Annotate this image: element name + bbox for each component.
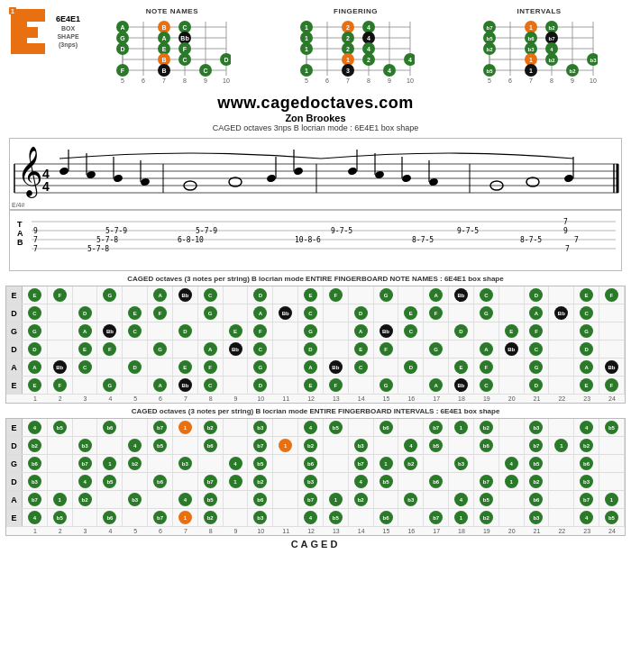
fret-number: 14 [349, 527, 374, 535]
fb-cell [173, 437, 198, 455]
fb-cell: b7 [148, 509, 173, 527]
svg-text:1: 1 [305, 24, 308, 31]
fb-cell: Bb [324, 359, 349, 377]
fb-cell: A [23, 359, 48, 377]
note-dot: b3 [580, 475, 593, 488]
fb-cell: b2 [574, 437, 599, 455]
fb-cell: 4 [23, 419, 48, 437]
fb-row: E4b5b6b71b2b34b5b6b71b2b34b5 [6, 419, 625, 437]
fb-cell: F [374, 341, 399, 359]
note-dot: b2 [304, 439, 317, 452]
fb-cell: b7 [23, 491, 48, 509]
note-dot: A [253, 306, 267, 320]
fb-cell [324, 322, 349, 341]
svg-text:8-7-5: 8-7-5 [412, 236, 434, 244]
fb-cell: b5 [248, 455, 273, 473]
intervals-grid: 5 6 7 8 9 10 b7 1 b2 b5 b6 b7 b2 [480, 18, 598, 83]
note-dot: 1 [279, 439, 292, 452]
note-dot: E [28, 288, 41, 302]
fb-cell: 4 [173, 491, 198, 509]
fb-cell: b2 [474, 419, 499, 437]
fb-cell [474, 322, 499, 341]
note-names-diagram: NOTE NAMES 5 6 7 8 9 [114, 7, 231, 85]
fb-cell: b7 [424, 509, 449, 527]
note-dot: E [304, 288, 317, 302]
svg-text:10: 10 [590, 77, 597, 83]
note-dot: 1 [505, 475, 518, 488]
fret-number: 11 [273, 395, 298, 403]
fret-number: 11 [273, 527, 298, 535]
fb-cell [73, 377, 98, 395]
svg-point-174 [266, 174, 277, 183]
fb-cell: b6 [23, 455, 48, 473]
fb-cell: b7 [298, 491, 324, 509]
fret-number: 8 [198, 527, 224, 535]
fb-cell [349, 286, 374, 304]
fb-cell: Bb [97, 322, 123, 341]
site-author: Zon Brookes [0, 113, 631, 123]
fb-cell: G [374, 377, 399, 395]
svg-text:1: 1 [305, 68, 308, 74]
svg-text:𝄞: 𝄞 [17, 146, 42, 198]
note-dot: Bb [229, 342, 242, 356]
fb-cell: b3 [248, 509, 273, 527]
fb-cell [499, 419, 525, 437]
note-dot: 1 [605, 493, 618, 506]
fb-cell [324, 341, 349, 359]
fret-number: 15 [374, 527, 399, 535]
fb-cell: b5 [97, 473, 123, 491]
svg-text:B: B [161, 24, 166, 31]
fb-cell: b5 [474, 491, 499, 509]
fb-cell [224, 286, 249, 304]
svg-text:5: 5 [121, 77, 124, 83]
fb-cell: D [398, 359, 424, 377]
fb-cell: D [23, 341, 48, 359]
svg-text:G: G [120, 35, 125, 41]
note-dot: b6 [28, 457, 41, 470]
fb-cell [123, 419, 148, 437]
fb-row: EEFGABbCDEFGABbCDEF [6, 377, 625, 395]
fb-cell: E [499, 322, 525, 341]
note-dot: b2 [204, 511, 217, 524]
svg-text:B: B [161, 68, 166, 74]
fb-cell [449, 473, 474, 491]
svg-text:3: 3 [346, 68, 350, 74]
note-dot: G [204, 306, 217, 320]
fb-cell [97, 437, 123, 455]
fret-number: 6 [148, 527, 173, 535]
fb-cell [123, 286, 148, 304]
fb-cell: b6 [198, 437, 224, 455]
svg-text:1: 1 [11, 8, 14, 14]
fb-cell [224, 377, 249, 395]
fb-cell: G [198, 304, 224, 322]
fb-cell: b5 [525, 455, 550, 473]
fb-cell [224, 491, 249, 509]
fb-cell [549, 455, 574, 473]
tab-svg: T A B 7 9 5-7-9 5-7-9 9-7-5 9-7-5 9 7 5-… [15, 213, 619, 267]
note-dot: G [253, 360, 267, 374]
note-dot: b5 [53, 511, 67, 524]
fingering-diagram: FINGERING 5 6 7 8 9 10 [297, 7, 415, 85]
fb-cell [549, 286, 574, 304]
note-dot: 4 [404, 439, 417, 452]
fb-cell [224, 419, 249, 437]
svg-point-188 [563, 174, 574, 183]
fb-cell: 1 [273, 437, 298, 455]
fb-cell: b3 [173, 455, 198, 473]
svg-point-184 [428, 177, 439, 186]
fret-number: 7 [173, 527, 198, 535]
fb-cell: b6 [525, 491, 550, 509]
note-dot: 1 [380, 457, 393, 470]
note-dot: b6 [103, 421, 116, 434]
fb-cell [324, 437, 349, 455]
svg-text:b6: b6 [528, 36, 535, 41]
note-dot: 4 [354, 475, 368, 488]
svg-text:B: B [161, 57, 166, 63]
note-dot: b6 [580, 457, 593, 470]
fb-cell [273, 286, 298, 304]
note-dot: 1 [103, 457, 116, 470]
note-dot: F [329, 288, 343, 302]
svg-text:7: 7 [33, 236, 38, 244]
fret-number: 20 [499, 527, 525, 535]
fb-intervals-frets: 123456789101112131415161718192021222324 [23, 527, 625, 535]
